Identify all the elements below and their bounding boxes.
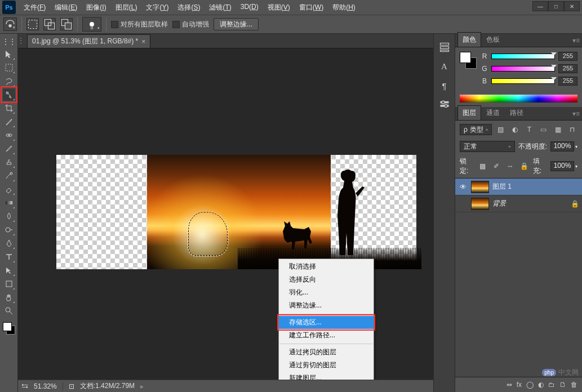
- lock-all-icon[interactable]: 🔒: [519, 161, 530, 172]
- dodge-tool[interactable]: [3, 224, 15, 236]
- tool-preset-picker[interactable]: ▾: [3, 17, 17, 31]
- context-item[interactable]: 新建图层...: [279, 372, 374, 380]
- history-panel-icon[interactable]: [439, 42, 450, 53]
- zoom-level[interactable]: 51.32%: [34, 382, 57, 390]
- layer-mask-icon[interactable]: ◯: [526, 381, 534, 389]
- lock-transparent-icon[interactable]: ▩: [477, 161, 488, 172]
- blend-mode-select[interactable]: 正常÷: [460, 141, 515, 152]
- tab-color[interactable]: 颜色: [457, 32, 481, 47]
- collapse-icon[interactable]: ⊡: [69, 382, 74, 390]
- new-layer-icon[interactable]: 🗋: [559, 381, 566, 389]
- refine-edge-button[interactable]: 调整边缘...: [214, 18, 259, 30]
- quick-selection-tool[interactable]: [3, 88, 15, 101]
- menu-帮助[interactable]: 帮助(H): [328, 1, 360, 15]
- menu-选择[interactable]: 选择(S): [173, 1, 205, 15]
- maximize-button[interactable]: □: [548, 1, 564, 11]
- eraser-tool[interactable]: [3, 183, 15, 195]
- opacity-value[interactable]: 100%: [550, 141, 574, 152]
- context-item[interactable]: 选择反向: [279, 273, 374, 286]
- properties-panel-icon[interactable]: [439, 99, 450, 110]
- context-item[interactable]: 羽化...: [279, 286, 374, 299]
- document-tab[interactable]: 01.jpg @ 51.3% (图层 1, RGB/8#) * ×: [27, 34, 150, 48]
- brush-preset-picker[interactable]: 8 ▾: [82, 17, 101, 32]
- filter-pixel-icon[interactable]: ▧: [495, 124, 506, 135]
- eyedropper-tool[interactable]: [3, 115, 15, 128]
- expand-icon[interactable]: ⮀: [21, 382, 28, 390]
- tab-channels[interactable]: 通道: [481, 105, 505, 120]
- layer-filter-kind[interactable]: ρ 类型 ÷: [460, 124, 492, 135]
- marquee-tool[interactable]: [3, 61, 15, 74]
- blue-value[interactable]: 255: [558, 77, 577, 86]
- layer-row[interactable]: 背景🔒: [455, 195, 582, 212]
- lock-pixels-icon[interactable]: ✐: [491, 161, 502, 172]
- tab-layers[interactable]: 图层: [457, 105, 481, 120]
- red-value[interactable]: 255: [558, 52, 577, 61]
- menu-编辑[interactable]: 编辑(E): [50, 1, 82, 15]
- context-item[interactable]: 调整边缘...: [279, 299, 374, 312]
- menu-滤镜[interactable]: 滤镜(T): [205, 1, 236, 15]
- filter-type-icon[interactable]: T: [524, 124, 535, 135]
- delete-layer-icon[interactable]: 🗑: [571, 381, 577, 389]
- context-item[interactable]: 通过拷贝的图层: [279, 346, 374, 359]
- menu-图层[interactable]: 图层(L): [111, 1, 142, 15]
- menu-图像[interactable]: 图像(I): [82, 1, 110, 15]
- menu-视图[interactable]: 视图(V): [263, 1, 295, 15]
- path-selection-tool[interactable]: [3, 264, 15, 277]
- blur-tool[interactable]: [3, 210, 15, 222]
- context-item[interactable]: 建立工作路径...: [279, 329, 374, 342]
- minimize-button[interactable]: —: [532, 1, 548, 11]
- blue-slider[interactable]: [491, 78, 555, 84]
- history-brush-tool[interactable]: [3, 170, 15, 182]
- color-spectrum[interactable]: [460, 95, 577, 103]
- panel-menu-icon[interactable]: ▾≡: [570, 34, 582, 47]
- visibility-toggle[interactable]: 👁: [459, 183, 468, 191]
- shape-tool[interactable]: [3, 278, 15, 290]
- filter-shape-icon[interactable]: ▭: [538, 124, 549, 135]
- new-fill-adjust-icon[interactable]: ◐: [538, 381, 544, 389]
- auto-enhance-checkbox[interactable]: 自动增强: [172, 20, 209, 29]
- zoom-tool[interactable]: [3, 305, 15, 317]
- filter-adjust-icon[interactable]: ◐: [510, 124, 521, 135]
- layer-style-icon[interactable]: fx: [517, 381, 522, 389]
- menu-窗口[interactable]: 窗口(W): [295, 1, 328, 15]
- filter-smart-icon[interactable]: ▦: [552, 124, 563, 135]
- red-slider[interactable]: [491, 54, 555, 59]
- crop-tool[interactable]: [3, 102, 15, 114]
- tab-paths[interactable]: 路径: [505, 105, 528, 120]
- add-selection-icon[interactable]: [43, 18, 56, 30]
- context-item[interactable]: 取消选择: [279, 260, 374, 273]
- menu-文字[interactable]: 文字(Y): [141, 1, 173, 15]
- character-panel-icon[interactable]: A: [439, 61, 450, 72]
- subtract-selection-icon[interactable]: [60, 18, 73, 30]
- healing-brush-tool[interactable]: [3, 129, 15, 141]
- brush-tool[interactable]: [3, 142, 15, 155]
- tab-swatches[interactable]: 色板: [481, 32, 505, 47]
- color-mini-swatch[interactable]: [460, 52, 477, 69]
- fill-value[interactable]: 100%: [550, 161, 574, 171]
- link-layers-icon[interactable]: ⇔: [507, 381, 512, 389]
- close-button[interactable]: ✕: [564, 1, 580, 11]
- clone-stamp-tool[interactable]: [3, 156, 15, 168]
- pen-tool[interactable]: [3, 237, 15, 250]
- layer-row[interactable]: 👁图层 1: [455, 179, 582, 195]
- lasso-tool[interactable]: [3, 75, 15, 87]
- close-icon[interactable]: ×: [141, 38, 145, 46]
- canvas-viewport[interactable]: 取消选择选择反向羽化...调整边缘...存储选区...建立工作路径...通过拷贝…: [18, 48, 433, 380]
- tabstrip-grip[interactable]: ⋮⋮: [21, 33, 27, 48]
- menu-文件[interactable]: 文件(F): [19, 1, 50, 15]
- toolbar-grip[interactable]: ⋮⋮: [3, 37, 15, 47]
- gradient-tool[interactable]: [3, 197, 15, 209]
- new-selection-icon[interactable]: [26, 18, 39, 30]
- lock-position-icon[interactable]: ↔: [505, 161, 516, 172]
- filter-toggle[interactable]: ⊓: [567, 124, 577, 135]
- hand-tool[interactable]: [3, 291, 15, 304]
- menu-3D[interactable]: 3D(D): [236, 1, 263, 15]
- panel-menu-icon[interactable]: ▾≡: [570, 108, 582, 120]
- sample-all-layers-checkbox[interactable]: 对所有图层取样: [111, 20, 168, 29]
- green-slider[interactable]: [491, 66, 555, 72]
- context-item[interactable]: 存储选区...: [279, 316, 374, 329]
- move-tool[interactable]: [3, 48, 15, 60]
- paragraph-panel-icon[interactable]: ¶: [439, 80, 450, 91]
- color-swatch[interactable]: [2, 321, 16, 336]
- type-tool[interactable]: [3, 251, 15, 263]
